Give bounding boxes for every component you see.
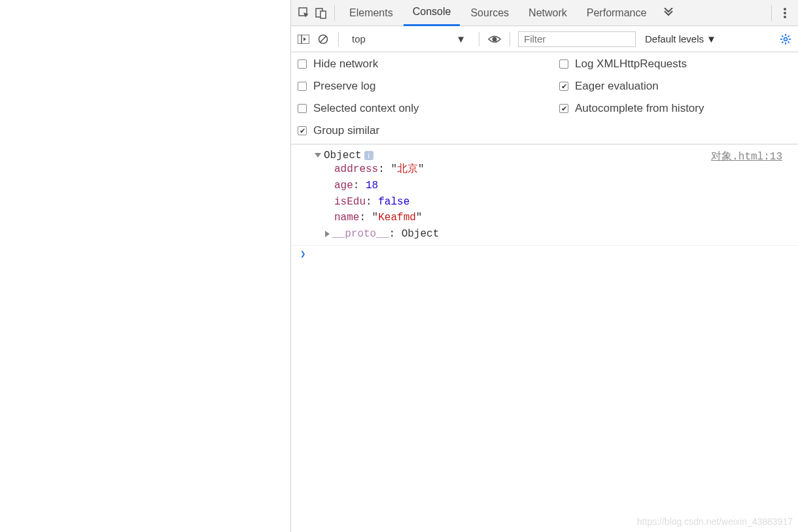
prop-key: address bbox=[334, 163, 378, 175]
checkbox-eager-eval[interactable]: Eager evaluation bbox=[559, 80, 791, 93]
prop-key: isEdu bbox=[334, 196, 366, 208]
context-selector[interactable]: top ▼ bbox=[347, 33, 471, 44]
checkbox-icon bbox=[559, 59, 568, 69]
svg-line-17 bbox=[788, 41, 789, 42]
checkbox-label: Group similar bbox=[313, 124, 379, 137]
proto-value: Object bbox=[402, 228, 440, 240]
svg-point-4 bbox=[784, 12, 786, 14]
clear-console-icon[interactable] bbox=[316, 32, 330, 46]
svg-point-3 bbox=[784, 8, 786, 10]
kebab-menu-icon[interactable] bbox=[777, 5, 793, 21]
console-output: Objecti address: "北京" age: 18 isEdu: fal… bbox=[291, 144, 798, 532]
chevron-down-icon: ▼ bbox=[456, 33, 466, 44]
chevron-down-icon: ▼ bbox=[706, 33, 716, 44]
console-log-row: Objecti address: "北京" age: 18 isEdu: fal… bbox=[291, 148, 798, 246]
source-link[interactable]: 对象.html:13 bbox=[711, 150, 789, 163]
prop-value: 北京 bbox=[397, 163, 418, 175]
object-property: age: 18 bbox=[315, 178, 711, 194]
checkbox-autocomplete[interactable]: Autocomplete from history bbox=[559, 102, 791, 115]
logged-object[interactable]: Objecti address: "北京" age: 18 isEdu: fal… bbox=[315, 150, 711, 242]
inspect-element-icon[interactable] bbox=[296, 5, 312, 21]
svg-line-9 bbox=[321, 36, 326, 42]
live-expression-icon[interactable] bbox=[487, 32, 502, 46]
svg-point-5 bbox=[784, 16, 786, 18]
object-property: name: "Keafmd" bbox=[315, 210, 711, 226]
devtools-panel: Elements Console Sources Network Perform… bbox=[291, 0, 798, 532]
svg-line-19 bbox=[788, 35, 789, 37]
chevron-right-icon: ❯ bbox=[300, 249, 305, 259]
checkbox-hide-network[interactable]: Hide network bbox=[298, 58, 559, 71]
disclosure-triangle-icon[interactable] bbox=[315, 153, 321, 158]
separator bbox=[510, 32, 510, 46]
checkbox-label: Autocomplete from history bbox=[575, 102, 704, 115]
prop-value: Keafmd bbox=[378, 212, 416, 224]
levels-label: Default levels bbox=[645, 33, 704, 44]
console-prompt[interactable]: ❯ bbox=[291, 246, 798, 259]
watermark-text: https://blog.csdn.net/weixin_43883917 bbox=[637, 516, 793, 527]
separator bbox=[479, 32, 479, 46]
svg-line-16 bbox=[782, 35, 783, 37]
prop-key: name bbox=[334, 212, 359, 224]
object-proto[interactable]: __proto__: Object bbox=[315, 226, 711, 242]
log-levels-selector[interactable]: Default levels ▼ bbox=[645, 33, 716, 44]
checkbox-label: Eager evaluation bbox=[575, 80, 659, 93]
info-icon[interactable]: i bbox=[364, 151, 373, 160]
tab-sources[interactable]: Sources bbox=[461, 0, 518, 26]
checkbox-selected-context[interactable]: Selected context only bbox=[298, 102, 559, 115]
devtools-tabbar: Elements Console Sources Network Perform… bbox=[291, 0, 798, 26]
svg-rect-2 bbox=[321, 11, 326, 18]
prop-value: 18 bbox=[366, 180, 378, 191]
checkbox-label: Hide network bbox=[313, 58, 378, 71]
checkbox-group-similar[interactable]: Group similar bbox=[298, 124, 559, 137]
tab-network[interactable]: Network bbox=[519, 0, 576, 26]
console-settings-icon[interactable] bbox=[778, 32, 793, 46]
svg-point-10 bbox=[493, 37, 497, 41]
disclosure-triangle-icon[interactable] bbox=[325, 231, 330, 237]
checkbox-icon bbox=[298, 59, 307, 69]
checkbox-label: Preserve log bbox=[313, 80, 375, 93]
checkbox-label: Log XMLHttpRequests bbox=[575, 58, 687, 71]
separator bbox=[338, 32, 339, 46]
tab-elements[interactable]: Elements bbox=[340, 0, 402, 26]
checkbox-log-xhr[interactable]: Log XMLHttpRequests bbox=[559, 58, 791, 71]
checkbox-icon bbox=[298, 104, 307, 113]
prop-value: false bbox=[378, 196, 409, 208]
toggle-sidebar-icon[interactable] bbox=[296, 32, 311, 46]
checkbox-preserve-log[interactable]: Preserve log bbox=[298, 80, 559, 93]
checkbox-icon bbox=[298, 82, 307, 91]
filter-input[interactable] bbox=[518, 31, 636, 47]
tab-performance[interactable]: Performance bbox=[578, 0, 656, 26]
console-toolbar: top ▼ Default levels ▼ bbox=[291, 26, 798, 52]
object-label: Object bbox=[324, 150, 362, 161]
object-property: address: "北京" bbox=[315, 161, 711, 178]
svg-point-11 bbox=[784, 37, 788, 41]
device-toolbar-icon[interactable] bbox=[313, 5, 329, 21]
checkbox-icon bbox=[298, 126, 307, 135]
proto-key: __proto__ bbox=[332, 228, 389, 240]
separator bbox=[334, 5, 335, 21]
more-tabs-icon[interactable] bbox=[661, 5, 676, 21]
checkbox-icon bbox=[559, 82, 568, 91]
checkbox-label: Selected context only bbox=[313, 102, 419, 115]
separator bbox=[771, 5, 772, 21]
svg-line-18 bbox=[782, 41, 783, 42]
prop-key: age bbox=[334, 180, 353, 191]
context-label: top bbox=[352, 33, 366, 44]
checkbox-icon bbox=[559, 104, 568, 113]
page-content-area bbox=[0, 0, 291, 532]
console-settings-panel: Hide network Log XMLHttpRequests Preserv… bbox=[291, 52, 798, 144]
object-property: isEdu: false bbox=[315, 194, 711, 210]
tab-console[interactable]: Console bbox=[404, 0, 460, 26]
